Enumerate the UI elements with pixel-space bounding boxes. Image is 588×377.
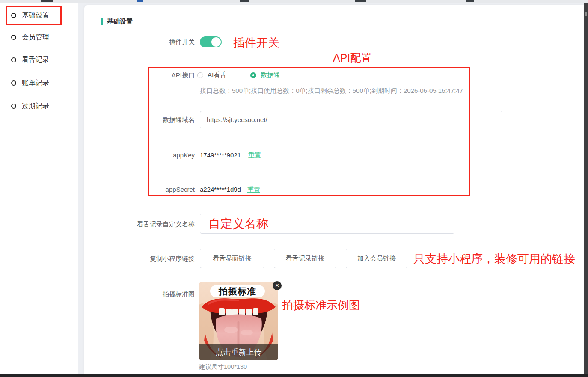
api-interface-label: API接口 — [103, 71, 195, 80]
tongue-ui-link-button[interactable]: 看舌界面链接 — [200, 249, 264, 268]
sidebar-item-label: 看舌记录 — [22, 56, 49, 65]
plugin-switch-toggle[interactable] — [200, 36, 222, 47]
settings-page: 基础设置 会员管理 看舌记录 账单记录 过期记录 基础设置 插件开关 插件开关 … — [0, 0, 588, 377]
scrollbar[interactable] — [584, 3, 588, 374]
sidebar-item-label: 会员管理 — [22, 33, 49, 42]
annotation-mini-program-note: 只支持小程序，装修可用的链接 — [413, 251, 575, 267]
radio-ai-tongue[interactable] — [197, 72, 203, 78]
sidebar-item-bill-records[interactable]: 账单记录 — [11, 78, 49, 88]
appkey-label: appKey — [103, 151, 195, 159]
annotation-custom-name: 自定义名称 — [208, 216, 268, 232]
radio-circle-icon — [11, 104, 16, 109]
join-member-link-button[interactable]: 加入会员链接 — [346, 249, 407, 268]
bottom-window-edge — [0, 374, 588, 377]
reupload-overlay[interactable]: 点击重新上传 — [199, 344, 278, 360]
radio-circle-icon — [11, 57, 16, 62]
photo-standard-preview[interactable]: 拍摄标准 点击重新上传 — [199, 282, 278, 360]
appsecret-reset-link[interactable]: 重置 — [247, 186, 260, 194]
photo-standard-label: 拍摄标准图 — [103, 291, 195, 299]
top-window-edge — [0, 0, 588, 3]
appsecret-label: appSecret — [103, 186, 195, 193]
domain-input[interactable]: https://sjt.yeesoo.net/ — [200, 111, 502, 128]
api-interface-radio-group: AI看舌 数据通 — [197, 71, 280, 79]
plugin-switch-label: 插件开关 — [103, 38, 195, 46]
annotation-photo-example: 拍摄标准示例图 — [282, 298, 360, 313]
appsecret-value: a224*****1d9d — [200, 186, 241, 193]
radio-ai-tongue-label[interactable]: AI看舌 — [208, 71, 226, 79]
custom-name-label: 看舌记录自定义名称 — [103, 220, 195, 229]
section-header: 基础设置 — [101, 18, 133, 26]
domain-label: 数据通域名 — [103, 116, 195, 124]
toggle-knob — [211, 37, 221, 47]
appkey-reset-link[interactable]: 重置 — [248, 151, 261, 160]
section-title: 基础设置 — [107, 18, 133, 26]
photo-badge: 拍摄标准 — [210, 285, 265, 297]
annotation-box-active-menu — [6, 6, 62, 25]
remove-photo-icon[interactable]: ✕ — [273, 281, 282, 290]
annotation-plugin-switch: 插件开关 — [233, 35, 279, 50]
section-bar-icon — [101, 18, 103, 25]
radio-data-link[interactable] — [250, 72, 256, 78]
appkey-value: 1749*****9021 — [200, 151, 241, 159]
sidebar-item-member-management[interactable]: 会员管理 — [11, 33, 49, 42]
radio-data-link-label[interactable]: 数据通 — [261, 71, 280, 79]
photo-size-hint: 建议尺寸100*130 — [199, 363, 247, 371]
api-usage-stats: 接口总数：500单;接口使用总数：0单;接口剩余总数：500单;到期时间：202… — [200, 87, 463, 95]
sidebar-item-label: 过期记录 — [22, 102, 49, 111]
sidebar-item-label: 账单记录 — [22, 79, 49, 88]
sidebar: 基础设置 会员管理 看舌记录 账单记录 过期记录 — [0, 3, 78, 374]
radio-circle-icon — [11, 80, 16, 86]
tongue-record-link-button[interactable]: 看舌记录链接 — [274, 249, 336, 268]
sidebar-item-tongue-records[interactable]: 看舌记录 — [11, 55, 49, 65]
copy-links-label: 复制小程序链接 — [103, 255, 195, 263]
annotation-api-config: API配置 — [333, 51, 371, 65]
sidebar-item-expired-records[interactable]: 过期记录 — [11, 101, 49, 111]
radio-circle-icon — [11, 35, 16, 40]
